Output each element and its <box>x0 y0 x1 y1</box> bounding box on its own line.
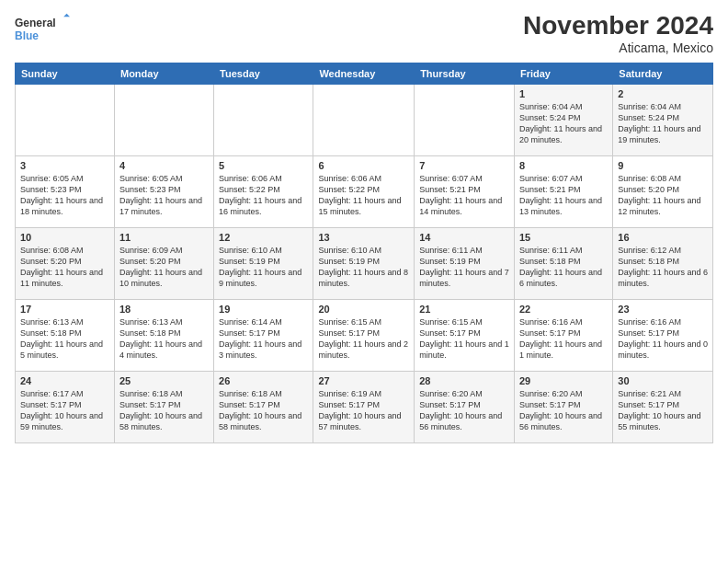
day-detail: Sunrise: 6:08 AM Sunset: 5:20 PM Dayligh… <box>618 173 708 218</box>
day-number: 1 <box>519 88 608 99</box>
day-number: 15 <box>519 232 608 243</box>
day-detail: Sunrise: 6:17 AM Sunset: 5:17 PM Dayligh… <box>20 388 109 433</box>
day-number: 9 <box>618 160 708 171</box>
calendar-cell: 5Sunrise: 6:06 AM Sunset: 5:22 PM Daylig… <box>214 156 313 228</box>
calendar-cell: 7Sunrise: 6:07 AM Sunset: 5:21 PM Daylig… <box>415 156 515 228</box>
col-saturday: Saturday <box>613 63 713 85</box>
calendar-cell: 4Sunrise: 6:05 AM Sunset: 5:23 PM Daylig… <box>114 156 213 228</box>
calendar-cell: 27Sunrise: 6:19 AM Sunset: 5:17 PM Dayli… <box>313 372 415 443</box>
day-number: 7 <box>419 160 509 171</box>
day-detail: Sunrise: 6:11 AM Sunset: 5:19 PM Dayligh… <box>419 245 509 290</box>
day-detail: Sunrise: 6:14 AM Sunset: 5:17 PM Dayligh… <box>219 316 308 362</box>
calendar-cell: 25Sunrise: 6:18 AM Sunset: 5:17 PM Dayli… <box>114 372 213 443</box>
calendar-cell <box>16 85 115 156</box>
day-number: 6 <box>318 160 409 171</box>
calendar-cell: 14Sunrise: 6:11 AM Sunset: 5:19 PM Dayli… <box>415 228 515 300</box>
day-number: 21 <box>419 304 509 315</box>
day-number: 27 <box>318 375 409 386</box>
day-detail: Sunrise: 6:06 AM Sunset: 5:22 PM Dayligh… <box>318 173 409 218</box>
day-detail: Sunrise: 6:10 AM Sunset: 5:19 PM Dayligh… <box>219 245 308 290</box>
day-detail: Sunrise: 6:05 AM Sunset: 5:23 PM Dayligh… <box>20 173 109 218</box>
day-number: 20 <box>318 304 409 315</box>
day-number: 13 <box>318 232 409 243</box>
day-detail: Sunrise: 6:04 AM Sunset: 5:24 PM Dayligh… <box>618 101 708 146</box>
day-detail: Sunrise: 6:18 AM Sunset: 5:17 PM Dayligh… <box>219 388 308 433</box>
day-detail: Sunrise: 6:13 AM Sunset: 5:18 PM Dayligh… <box>119 316 209 362</box>
calendar-week-5: 24Sunrise: 6:17 AM Sunset: 5:17 PM Dayli… <box>16 372 713 443</box>
day-detail: Sunrise: 6:08 AM Sunset: 5:20 PM Dayligh… <box>20 245 109 290</box>
day-number: 8 <box>519 160 608 171</box>
logo-svg: General Blue <box>15 11 70 48</box>
day-detail: Sunrise: 6:06 AM Sunset: 5:22 PM Dayligh… <box>219 173 308 218</box>
col-sunday: Sunday <box>16 63 115 85</box>
day-detail: Sunrise: 6:16 AM Sunset: 5:17 PM Dayligh… <box>519 316 608 362</box>
day-number: 10 <box>20 232 109 243</box>
svg-marker-2 <box>63 14 70 17</box>
day-detail: Sunrise: 6:15 AM Sunset: 5:17 PM Dayligh… <box>318 316 409 362</box>
day-detail: Sunrise: 6:07 AM Sunset: 5:21 PM Dayligh… <box>419 173 509 218</box>
day-detail: Sunrise: 6:05 AM Sunset: 5:23 PM Dayligh… <box>119 173 209 218</box>
day-detail: Sunrise: 6:10 AM Sunset: 5:19 PM Dayligh… <box>318 245 409 290</box>
day-number: 3 <box>20 160 109 171</box>
header: General Blue November 2024 Aticama, Mexi… <box>15 11 713 55</box>
calendar-cell: 20Sunrise: 6:15 AM Sunset: 5:17 PM Dayli… <box>313 300 415 372</box>
calendar-cell: 28Sunrise: 6:20 AM Sunset: 5:17 PM Dayli… <box>415 372 515 443</box>
calendar-cell: 30Sunrise: 6:21 AM Sunset: 5:17 PM Dayli… <box>613 372 713 443</box>
calendar-cell: 1Sunrise: 6:04 AM Sunset: 5:24 PM Daylig… <box>514 85 612 156</box>
calendar-cell <box>415 85 515 156</box>
col-monday: Monday <box>114 63 213 85</box>
day-number: 30 <box>618 375 708 386</box>
calendar-cell: 17Sunrise: 6:13 AM Sunset: 5:18 PM Dayli… <box>16 300 115 372</box>
day-detail: Sunrise: 6:21 AM Sunset: 5:17 PM Dayligh… <box>618 388 708 433</box>
calendar-cell <box>214 85 313 156</box>
day-detail: Sunrise: 6:07 AM Sunset: 5:21 PM Dayligh… <box>519 173 608 218</box>
calendar-cell: 10Sunrise: 6:08 AM Sunset: 5:20 PM Dayli… <box>16 228 115 300</box>
col-wednesday: Wednesday <box>313 63 415 85</box>
day-number: 29 <box>519 375 608 386</box>
day-number: 5 <box>219 160 308 171</box>
title-block: November 2024 Aticama, Mexico <box>523 11 713 55</box>
calendar-cell: 15Sunrise: 6:11 AM Sunset: 5:18 PM Dayli… <box>514 228 612 300</box>
calendar-cell: 16Sunrise: 6:12 AM Sunset: 5:18 PM Dayli… <box>613 228 713 300</box>
day-number: 4 <box>119 160 209 171</box>
day-number: 28 <box>419 375 509 386</box>
calendar-week-3: 10Sunrise: 6:08 AM Sunset: 5:20 PM Dayli… <box>16 228 713 300</box>
col-thursday: Thursday <box>415 63 515 85</box>
day-number: 22 <box>519 304 608 315</box>
calendar-cell: 23Sunrise: 6:16 AM Sunset: 5:17 PM Dayli… <box>613 300 713 372</box>
day-detail: Sunrise: 6:18 AM Sunset: 5:17 PM Dayligh… <box>119 388 209 433</box>
day-detail: Sunrise: 6:20 AM Sunset: 5:17 PM Dayligh… <box>519 388 608 433</box>
svg-text:Blue: Blue <box>15 29 39 42</box>
calendar-cell: 12Sunrise: 6:10 AM Sunset: 5:19 PM Dayli… <box>214 228 313 300</box>
calendar-cell <box>114 85 213 156</box>
calendar-cell: 22Sunrise: 6:16 AM Sunset: 5:17 PM Dayli… <box>514 300 612 372</box>
col-friday: Friday <box>514 63 612 85</box>
day-detail: Sunrise: 6:15 AM Sunset: 5:17 PM Dayligh… <box>419 316 509 362</box>
month-title: November 2024 <box>523 11 713 40</box>
day-number: 14 <box>419 232 509 243</box>
day-detail: Sunrise: 6:16 AM Sunset: 5:17 PM Dayligh… <box>618 316 708 362</box>
logo: General Blue <box>15 11 70 48</box>
day-number: 26 <box>219 375 308 386</box>
day-detail: Sunrise: 6:13 AM Sunset: 5:18 PM Dayligh… <box>20 316 109 362</box>
day-detail: Sunrise: 6:04 AM Sunset: 5:24 PM Dayligh… <box>519 101 608 146</box>
day-number: 16 <box>618 232 708 243</box>
svg-text:General: General <box>15 17 56 29</box>
day-number: 25 <box>119 375 209 386</box>
calendar-cell: 19Sunrise: 6:14 AM Sunset: 5:17 PM Dayli… <box>214 300 313 372</box>
calendar-cell: 9Sunrise: 6:08 AM Sunset: 5:20 PM Daylig… <box>613 156 713 228</box>
day-detail: Sunrise: 6:12 AM Sunset: 5:18 PM Dayligh… <box>618 245 708 290</box>
calendar-table: Sunday Monday Tuesday Wednesday Thursday… <box>15 63 713 443</box>
day-number: 18 <box>119 304 209 315</box>
calendar-week-1: 1Sunrise: 6:04 AM Sunset: 5:24 PM Daylig… <box>16 85 713 156</box>
calendar-week-4: 17Sunrise: 6:13 AM Sunset: 5:18 PM Dayli… <box>16 300 713 372</box>
day-number: 17 <box>20 304 109 315</box>
calendar-cell: 29Sunrise: 6:20 AM Sunset: 5:17 PM Dayli… <box>514 372 612 443</box>
location-subtitle: Aticama, Mexico <box>523 40 713 55</box>
day-detail: Sunrise: 6:19 AM Sunset: 5:17 PM Dayligh… <box>318 388 409 433</box>
calendar-cell: 8Sunrise: 6:07 AM Sunset: 5:21 PM Daylig… <box>514 156 612 228</box>
calendar-cell <box>313 85 415 156</box>
day-detail: Sunrise: 6:11 AM Sunset: 5:18 PM Dayligh… <box>519 245 608 290</box>
col-tuesday: Tuesday <box>214 63 313 85</box>
calendar-cell: 18Sunrise: 6:13 AM Sunset: 5:18 PM Dayli… <box>114 300 213 372</box>
